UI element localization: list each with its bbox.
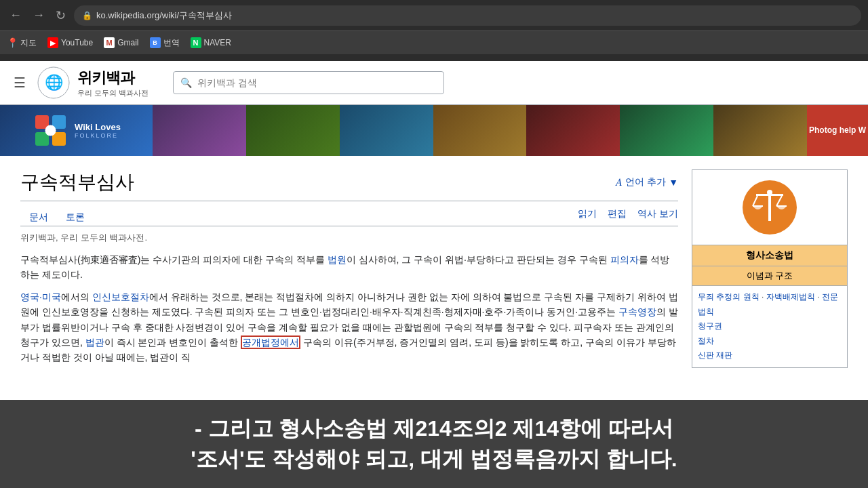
bookmark-gmail-label: Gmail xyxy=(117,38,138,47)
address-bar-row: ← → ↻ 🔒 ko.wikipedia.org/wiki/구속적부심사 xyxy=(0,0,868,30)
page-title: 구속적부심사 xyxy=(20,169,134,195)
browser-chrome: ← → ↻ 🔒 ko.wikipedia.org/wiki/구속적부심사 📍 지… xyxy=(0,0,868,61)
link-arrest-warrant[interactable]: 구속영장 xyxy=(618,306,656,317)
wiki-logo-area: 🌐 위키백과 우리 모두의 백과사전 xyxy=(37,66,149,100)
tab-read[interactable]: 읽기 xyxy=(578,208,597,226)
bookmark-maps[interactable]: 📍 지도 xyxy=(7,37,37,49)
youtube-icon: ▶ xyxy=(47,37,58,48)
tab-article[interactable]: 문서 xyxy=(20,208,57,226)
wiki-title-area: 위키백과 우리 모두의 백과사전 xyxy=(77,68,149,98)
subtitle-line2: '조서'도 작성해야 되고, 대게 법정록음까지 합니다. xyxy=(20,444,848,474)
svg-rect-7 xyxy=(768,194,771,221)
bookmark-youtube[interactable]: ▶ YouTube xyxy=(47,37,93,48)
link-suspect[interactable]: 피의자 xyxy=(610,254,639,265)
wiki-loves-logo xyxy=(32,112,69,149)
address-text: ko.wikipedia.org/wiki/구속적부심사 xyxy=(96,9,232,22)
article-para2: 영국·미국에서의 인신보호절차에서 유래하는 것으로, 본래는 적법절차에 의하… xyxy=(20,289,678,365)
article-body: 구속적부심사(拘束適否審査)는 수사기관의 피의자에 대한 구속의 적부를 법원… xyxy=(20,252,678,365)
infobox-header: 형사소송법 xyxy=(692,245,847,266)
lang-icon: 𝐴 xyxy=(616,176,623,188)
banner-images xyxy=(153,105,807,156)
banner-image-4 xyxy=(433,105,527,156)
link-court[interactable]: 법원 xyxy=(328,254,347,265)
hamburger-menu[interactable]: ☰ xyxy=(14,75,26,91)
svg-line-10 xyxy=(753,196,757,206)
svg-text:🌐: 🌐 xyxy=(45,73,64,92)
tab-edit[interactable]: 편집 xyxy=(608,208,627,226)
infobox-link-1[interactable]: 무죄 추정의 원칙 xyxy=(698,292,760,302)
scale-icon xyxy=(743,180,797,235)
banner-logo: Wiki Loves FOLKLORE xyxy=(0,105,153,156)
bookmark-maps-label: 지도 xyxy=(20,37,37,49)
link-uk-us[interactable]: 영국·미국 xyxy=(20,291,61,302)
subtitle-line1: - 그리고 형사소송법 제214조의2 제14항에 따라서 xyxy=(20,413,848,444)
infobox-link-6[interactable]: 신판 재판 xyxy=(698,350,732,360)
banner-right-text: Photog help W xyxy=(809,125,866,136)
wiki-desc: 위키백과, 우리 모두의 백과사전. xyxy=(20,232,678,244)
bookmark-translate[interactable]: B 번역 xyxy=(150,37,180,49)
bookmark-youtube-label: YouTube xyxy=(61,38,93,47)
tab-right-actions: 읽기 편집 역사 보기 xyxy=(578,208,678,226)
search-input[interactable] xyxy=(197,77,437,88)
wiki-subtitle: 우리 모두의 백과사전 xyxy=(77,88,149,98)
wiki-header: ☰ 🌐 위키백과 우리 모두의 백과사전 🔍 xyxy=(0,61,868,105)
infobox-link-4[interactable]: 청구권 xyxy=(698,321,722,331)
banner-right: Photog help W xyxy=(807,105,868,156)
infobox-link-5[interactable]: 절차 xyxy=(698,336,714,346)
chevron-down-icon: ▼ xyxy=(669,177,678,188)
gmail-icon: M xyxy=(104,37,115,48)
wiki-search-box[interactable]: 🔍 xyxy=(173,71,444,94)
wiki-banner: Wiki Loves FOLKLORE Photog help W xyxy=(0,105,868,156)
banner-image-2 xyxy=(246,105,340,156)
svg-line-12 xyxy=(776,196,782,206)
infobox-icon-area xyxy=(692,170,847,245)
lang-label: 언어 추가 xyxy=(625,176,666,188)
infobox-subheader: 이념과 구조 xyxy=(692,266,847,286)
wiki-search: 🔍 xyxy=(173,71,444,94)
svg-point-9 xyxy=(767,190,772,195)
forward-button[interactable]: → xyxy=(30,5,47,25)
banner-image-5 xyxy=(526,105,620,156)
naver-icon: N xyxy=(191,37,201,48)
page-title-row: 구속적부심사 𝐴 언어 추가 ▼ xyxy=(20,169,678,201)
translate-icon: B xyxy=(150,37,161,48)
bookmark-naver[interactable]: N NAVER xyxy=(191,37,231,48)
maps-icon: 📍 xyxy=(7,37,18,48)
tab-history[interactable]: 역사 보기 xyxy=(637,208,678,226)
link-open-court[interactable]: 공개법정에서 xyxy=(242,337,299,348)
tab-discussion[interactable]: 토론 xyxy=(57,208,94,226)
bookmarks-bar: 📍 지도 ▶ YouTube M Gmail B 번역 N NAVER xyxy=(0,30,868,54)
infobox-links: 무죄 추정의 원칙 · 자백배제법칙 · 전문법칙 청구권 절차 신판 재판 xyxy=(692,286,847,367)
svg-point-6 xyxy=(45,125,56,136)
bookmark-translate-label: 번역 xyxy=(163,37,180,49)
infobox: 형사소송법 이념과 구조 무죄 추정의 원칙 · 자백배제법칙 · 전문법칙 청… xyxy=(692,169,848,368)
banner-logo-text: Wiki Loves FOLKLORE xyxy=(75,122,121,139)
wiki-logo: 🌐 xyxy=(37,66,71,100)
highlight-open-court: 공개법정에서 xyxy=(241,336,300,349)
lang-button[interactable]: 𝐴 언어 추가 ▼ xyxy=(616,176,678,188)
banner-image-7 xyxy=(713,105,807,156)
lock-icon: 🔒 xyxy=(82,11,92,20)
bookmark-gmail[interactable]: M Gmail xyxy=(104,37,138,48)
bookmark-naver-label: NAVER xyxy=(204,38,231,47)
wiki-title: 위키백과 xyxy=(77,68,149,88)
subtitle-overlay: - 그리고 형사소송법 제214조의2 제14항에 따라서 '조서'도 작성해야… xyxy=(0,400,868,488)
search-icon: 🔍 xyxy=(180,77,192,88)
infobox-link-2[interactable]: 자백배제법칙 xyxy=(766,292,815,302)
article-para1: 구속적부심사(拘束適否審査)는 수사기관의 피의자에 대한 구속의 적부를 법원… xyxy=(20,252,678,283)
reload-button[interactable]: ↻ xyxy=(53,5,68,26)
article-tabs: 문서 토론 읽기 편집 역사 보기 xyxy=(20,208,678,226)
banner-image-3 xyxy=(340,105,433,156)
link-habeas[interactable]: 인신보호절차 xyxy=(92,291,149,302)
banner-image-1 xyxy=(153,105,246,156)
address-bar[interactable]: 🔒 ko.wikipedia.org/wiki/구속적부심사 xyxy=(74,5,861,26)
back-button[interactable]: ← xyxy=(7,5,24,25)
link-judge[interactable]: 법관 xyxy=(85,337,104,348)
banner-image-6 xyxy=(620,105,713,156)
